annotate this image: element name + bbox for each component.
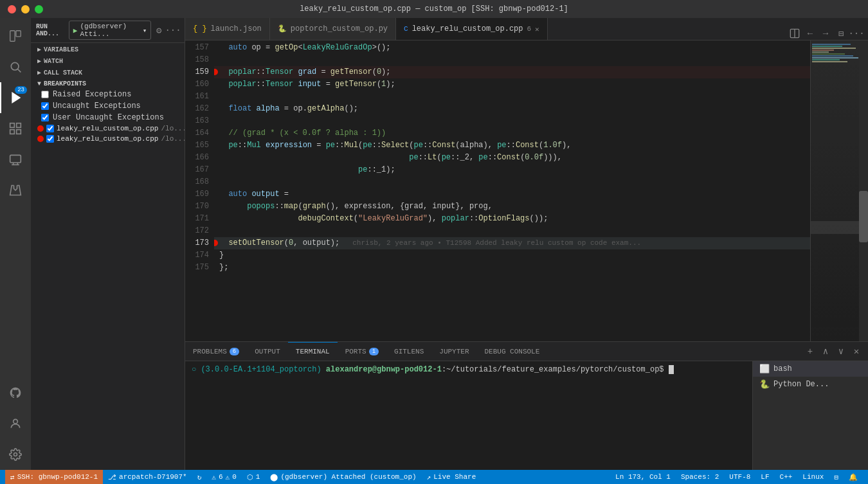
chevron-down-icon-bp: ▼ <box>37 80 41 87</box>
ports-label: PORTS <box>345 348 366 355</box>
jupyter-label: JUPYTER <box>439 348 469 355</box>
uncaught-checkbox[interactable] <box>41 102 49 110</box>
bp-file-2[interactable]: leaky_relu_custom_op.cpp /lo... 173 <box>31 134 185 144</box>
status-ssh[interactable]: ⇄ SSH: gbnwp-pod012-1 <box>5 470 103 484</box>
close-button[interactable] <box>8 5 16 13</box>
activity-account[interactable] <box>0 408 31 439</box>
os-label: Linux <box>802 473 824 481</box>
activity-remote[interactable] <box>0 144 31 175</box>
run-config-selector[interactable]: ▶ (gdbserver) Atti... ▾ <box>69 21 152 40</box>
shell-bash[interactable]: ⬜ bash <box>753 361 868 377</box>
tab-line-indicator: 6 <box>527 25 532 33</box>
git-branch-label: arcpatch-D71907* <box>119 473 187 481</box>
live-share-label: Live Share <box>433 473 476 481</box>
play-icon: ▶ <box>73 26 78 35</box>
chevron-down-icon: ▾ <box>143 26 147 35</box>
terminal-user-host: alexandrep@gbnwp-pod012-1 <box>326 365 442 374</box>
status-debug-session[interactable]: ⬤ (gdbserver) Attached (custom_op) <box>265 470 421 484</box>
bp-file-1-checkbox[interactable] <box>46 125 54 132</box>
status-notifications[interactable]: 🔔 <box>844 470 863 484</box>
terminal-label: TERMINAL <box>296 348 330 355</box>
maximize-panel-icon[interactable]: ∧ <box>819 345 832 358</box>
panel-tab-problems[interactable]: PROBLEMS 6 <box>185 342 247 361</box>
status-errors[interactable]: ⚠ 6 ⚠ 0 <box>206 470 241 484</box>
variables-section[interactable]: ▶ VARIABLES <box>31 43 185 55</box>
bp-file-2-checkbox[interactable] <box>46 135 54 143</box>
activity-badge: 23 <box>15 86 27 94</box>
panel-tab-output[interactable]: OUTPUT <box>247 342 288 361</box>
watch-section[interactable]: ▶ WATCH <box>31 55 185 66</box>
svg-rect-8 <box>17 130 21 134</box>
status-git-branch[interactable]: ⎇ arcpatch-D71907* <box>103 470 192 484</box>
minimize-button[interactable] <box>21 5 30 13</box>
status-line-ending[interactable]: LF <box>755 470 774 484</box>
tab-poptorch[interactable]: 🐍 poptorch_custom_op.py <box>270 18 396 40</box>
split-editor-right-icon[interactable] <box>788 27 801 40</box>
close-panel-icon[interactable]: ✕ <box>850 345 863 358</box>
panel-tab-jupyter[interactable]: JUPYTER <box>431 342 476 361</box>
scrollbar-track[interactable] <box>859 40 868 341</box>
activity-test[interactable] <box>0 175 31 206</box>
errors-count: 6 <box>219 473 223 481</box>
maximize-button[interactable] <box>35 5 43 13</box>
user-uncaught-checkbox[interactable] <box>41 114 49 121</box>
activity-settings[interactable] <box>0 439 31 470</box>
activity-extensions[interactable] <box>0 113 31 144</box>
encoding-label: UTF-8 <box>729 473 750 481</box>
watch-label: WATCH <box>44 58 63 65</box>
terminal-shells: ⬜ bash 🐍 Python De... <box>752 361 868 470</box>
status-ports[interactable]: ⬡ 1 <box>242 470 266 484</box>
problems-badge: 6 <box>230 348 239 355</box>
status-live-share[interactable]: ↗ Live Share <box>422 470 482 484</box>
breakpoint-dot-2 <box>37 136 44 142</box>
status-encoding[interactable]: UTF-8 <box>724 470 755 484</box>
chevron-right-icon-cs: ▶ <box>37 69 41 76</box>
svg-rect-5 <box>10 123 15 128</box>
panel-tab-terminal[interactable]: TERMINAL <box>288 342 338 361</box>
sidebar: RUN AND... ▶ (gdbserver) Atti... ▾ ⚙ ···… <box>31 18 185 470</box>
python-de-icon: 🐍 <box>759 379 770 390</box>
activity-github[interactable] <box>0 377 31 408</box>
bp-file-2-name: leaky_relu_custom_op.cpp <box>57 135 158 143</box>
tab-bar: { } launch.json 🐍 poptorch_custom_op.py … <box>185 18 868 40</box>
raised-checkbox[interactable] <box>41 91 49 98</box>
status-spaces[interactable]: Spaces: 2 <box>676 470 724 484</box>
status-language[interactable]: C++ <box>775 470 798 484</box>
code-line-167: pe::_1); <box>214 164 810 176</box>
split-down-icon[interactable]: ⊟ <box>835 27 847 40</box>
add-terminal-icon[interactable]: + <box>804 345 817 358</box>
back-icon[interactable]: ← <box>804 27 817 40</box>
ports-count: 1 <box>256 473 260 481</box>
scrollbar-thumb[interactable] <box>859 191 868 242</box>
activity-run[interactable]: 23 <box>0 82 31 113</box>
breakpoints-section[interactable]: ▼ BREAKPOINTS <box>31 78 185 89</box>
tab-close-leaky[interactable]: ✕ <box>535 25 539 33</box>
code-line-160: poplar::Tensor input = getTensor(1); <box>214 78 810 91</box>
svg-line-3 <box>18 69 21 73</box>
panel-tab-ports[interactable]: PORTS 1 <box>338 342 386 361</box>
panel-tab-gitlens[interactable]: GITLENS <box>386 342 431 361</box>
status-sync[interactable]: ↻ <box>192 470 207 484</box>
terminal-content[interactable]: ○ (3.0.0-EA.1+1104_poptorch) alexandrep@… <box>185 361 752 470</box>
minimize-panel-icon[interactable]: ∨ <box>835 345 847 358</box>
activity-search[interactable] <box>0 51 31 82</box>
svg-rect-6 <box>17 123 21 128</box>
bp-file-1[interactable]: leaky_relu_custom_op.cpp /lo... 159 <box>31 123 185 134</box>
code-editor[interactable]: 157 158 159 160 161 162 163 164 165 166 … <box>185 40 868 341</box>
activity-explorer[interactable] <box>0 21 31 51</box>
forward-icon[interactable]: → <box>819 27 832 40</box>
status-position[interactable]: Ln 173, Col 1 <box>610 470 676 484</box>
breadcrumb-more-icon[interactable]: ··· <box>850 27 863 40</box>
status-indent[interactable]: ⊟ <box>829 470 844 484</box>
more-actions-icon[interactable]: ··· <box>167 24 179 37</box>
status-os[interactable]: Linux <box>797 470 829 484</box>
indent-icon: ⊟ <box>834 473 838 481</box>
call-stack-section[interactable]: ▶ CALL STACK <box>31 66 185 78</box>
shell-python[interactable]: 🐍 Python De... <box>753 377 868 392</box>
tab-leaky[interactable]: C leaky_relu_custom_op.cpp 6 ✕ <box>396 18 548 40</box>
py-icon: 🐍 <box>278 24 287 33</box>
tab-launch[interactable]: { } launch.json <box>185 18 270 40</box>
live-share-icon: ↗ <box>427 473 431 481</box>
settings-gear-icon[interactable]: ⚙ <box>154 24 164 37</box>
panel-tab-debug[interactable]: DEBUG CONSOLE <box>477 342 548 361</box>
